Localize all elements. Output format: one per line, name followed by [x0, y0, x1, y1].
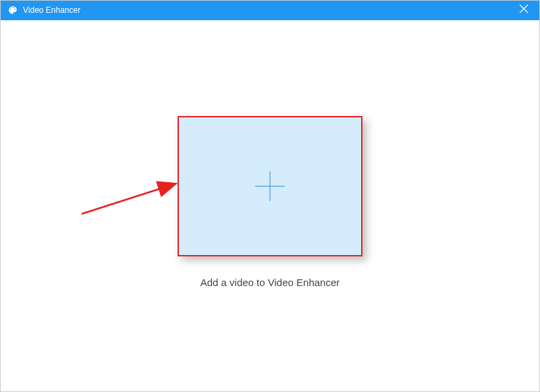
- content-area: Add a video to Video Enhancer: [0, 20, 540, 392]
- svg-line-3: [82, 184, 176, 214]
- close-button[interactable]: [516, 2, 532, 18]
- titlebar: Video Enhancer: [0, 0, 540, 20]
- annotation-arrow: [78, 177, 186, 220]
- drop-zone-wrapper: [178, 116, 362, 256]
- instruction-text: Add a video to Video Enhancer: [200, 277, 340, 288]
- app-title: Video Enhancer: [23, 5, 80, 15]
- add-video-dropzone[interactable]: [178, 116, 362, 256]
- close-icon: [519, 4, 529, 16]
- palette-icon: [8, 5, 18, 15]
- titlebar-left: Video Enhancer: [8, 5, 80, 15]
- plus-icon: [255, 171, 285, 201]
